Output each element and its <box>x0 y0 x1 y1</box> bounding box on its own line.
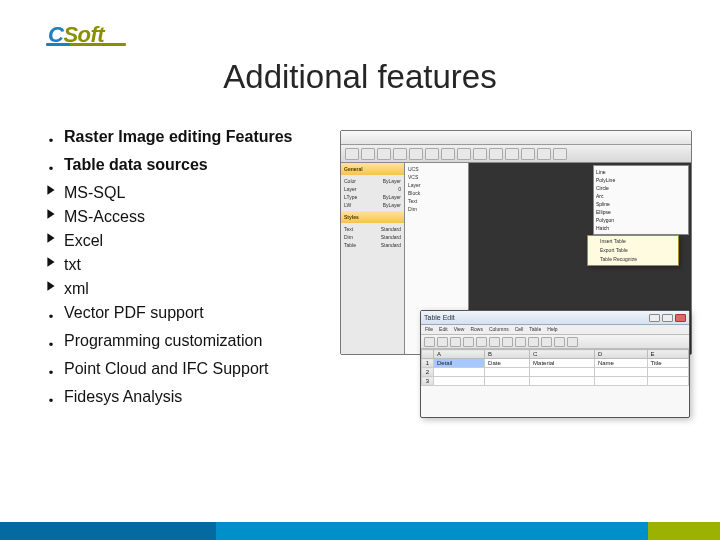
palette-item[interactable]: Spline <box>596 200 686 208</box>
close-button[interactable] <box>675 314 686 322</box>
toolbar-button[interactable] <box>553 148 567 160</box>
toolbar-button[interactable] <box>437 337 448 347</box>
palette-item[interactable]: Hatch <box>596 224 686 232</box>
toolbar-button[interactable] <box>457 148 471 160</box>
embedded-screenshot: General ColorByLayerLayer0LTypeByLayerLW… <box>340 130 692 420</box>
toolbar-button[interactable] <box>463 337 474 347</box>
column-header[interactable]: C <box>530 350 595 359</box>
table-cell[interactable] <box>485 377 530 386</box>
table-cell[interactable]: Title <box>647 359 688 368</box>
maximize-button[interactable] <box>662 314 673 322</box>
menu-item[interactable]: Columns <box>489 326 509 333</box>
menu-item[interactable]: Help <box>547 326 557 333</box>
table-editor-toolbar <box>421 335 689 349</box>
table-cell[interactable]: 2 <box>422 368 434 377</box>
toolbar-button[interactable] <box>441 148 455 160</box>
list-item[interactable]: Layer <box>408 181 465 189</box>
feature-item: MS-SQL <box>38 182 378 204</box>
minimize-button[interactable] <box>649 314 660 322</box>
property-key: Layer <box>344 185 357 193</box>
toolbar-button[interactable] <box>528 337 539 347</box>
toolbar-button[interactable] <box>393 148 407 160</box>
table-cell[interactable] <box>530 377 595 386</box>
table-cell[interactable] <box>530 368 595 377</box>
toolbar-button[interactable] <box>541 337 552 347</box>
column-header[interactable] <box>422 350 434 359</box>
toolbar-button[interactable] <box>521 148 535 160</box>
table-editor-grid[interactable]: ABCDE1DetailDateMaterialNameTitle23 <box>421 349 689 386</box>
properties-panel: General ColorByLayerLayer0LTypeByLayerLW… <box>341 163 405 354</box>
column-header[interactable]: E <box>647 350 688 359</box>
bullet-icon: • <box>38 126 64 152</box>
table-cell[interactable] <box>434 368 485 377</box>
feature-list: •Raster Image editing Features•Table dat… <box>38 126 378 414</box>
submenu-item[interactable]: Insert Table <box>590 237 676 246</box>
footer-segment <box>216 522 648 540</box>
table-cell[interactable] <box>434 377 485 386</box>
toolbar-button[interactable] <box>473 148 487 160</box>
table-cell[interactable]: Detail <box>434 359 485 368</box>
palette-item[interactable]: Ellipse <box>596 208 686 216</box>
arrow-icon <box>38 254 64 268</box>
toolbar-button[interactable] <box>425 148 439 160</box>
palette-item[interactable]: Circle <box>596 184 686 192</box>
toolbar-button[interactable] <box>502 337 513 347</box>
toolbar-button[interactable] <box>489 337 500 347</box>
toolbar-button[interactable] <box>505 148 519 160</box>
arrow-icon <box>38 182 64 196</box>
feature-item: •Fidesys Analysis <box>38 386 378 412</box>
toolbar-button[interactable] <box>409 148 423 160</box>
toolbar-button[interactable] <box>554 337 565 347</box>
toolbar-button[interactable] <box>450 337 461 347</box>
list-item[interactable]: Text <box>408 197 465 205</box>
feature-item-text: Vector PDF support <box>64 302 204 324</box>
table-cell[interactable]: Material <box>530 359 595 368</box>
list-item[interactable]: Block <box>408 189 465 197</box>
table-cell[interactable] <box>594 368 647 377</box>
menu-item[interactable]: Edit <box>439 326 448 333</box>
column-header[interactable]: D <box>594 350 647 359</box>
menu-item[interactable]: File <box>425 326 433 333</box>
table-cell[interactable] <box>485 368 530 377</box>
palette-item[interactable]: Arc <box>596 192 686 200</box>
cad-app-titlebar <box>341 131 691 145</box>
table-cell[interactable] <box>647 368 688 377</box>
table-cell[interactable] <box>594 377 647 386</box>
menu-item[interactable]: Rows <box>470 326 483 333</box>
toolbar-button[interactable] <box>567 337 578 347</box>
toolbar-button[interactable] <box>515 337 526 347</box>
menu-item[interactable]: Cell <box>515 326 524 333</box>
bullet-icon: • <box>38 386 64 412</box>
column-header[interactable]: A <box>434 350 485 359</box>
property-row: LTypeByLayer <box>344 193 401 201</box>
bullet-icon: • <box>38 302 64 328</box>
toolbar-button[interactable] <box>476 337 487 347</box>
feature-item-text: Programming customization <box>64 330 262 352</box>
submenu-item[interactable]: Table Recognize <box>590 255 676 264</box>
table-cell[interactable] <box>647 377 688 386</box>
table-cell[interactable]: 1 <box>422 359 434 368</box>
property-key: LType <box>344 193 357 201</box>
palette-item[interactable]: Polygon <box>596 216 686 224</box>
toolbar-button[interactable] <box>361 148 375 160</box>
menu-item[interactable]: Table <box>529 326 541 333</box>
feature-item-text: Fidesys Analysis <box>64 386 182 408</box>
toolbar-button[interactable] <box>489 148 503 160</box>
list-item[interactable]: VCS <box>408 173 465 181</box>
toolbar-button[interactable] <box>345 148 359 160</box>
toolbar-button[interactable] <box>424 337 435 347</box>
table-cell[interactable]: Name <box>594 359 647 368</box>
submenu-item[interactable]: Export Table <box>590 246 676 255</box>
feature-item-text: Raster Image editing Features <box>64 126 293 148</box>
toolbar-button[interactable] <box>537 148 551 160</box>
table-cell[interactable]: Date <box>485 359 530 368</box>
palette-item[interactable]: Line <box>596 168 686 176</box>
menu-item[interactable]: View <box>454 326 465 333</box>
column-header[interactable]: B <box>485 350 530 359</box>
palette-item[interactable]: PolyLine <box>596 176 686 184</box>
list-item[interactable]: Dim <box>408 205 465 213</box>
table-cell[interactable]: 3 <box>422 377 434 386</box>
toolbar-button[interactable] <box>377 148 391 160</box>
bullet-icon: • <box>38 330 64 356</box>
list-item[interactable]: UCS <box>408 165 465 173</box>
